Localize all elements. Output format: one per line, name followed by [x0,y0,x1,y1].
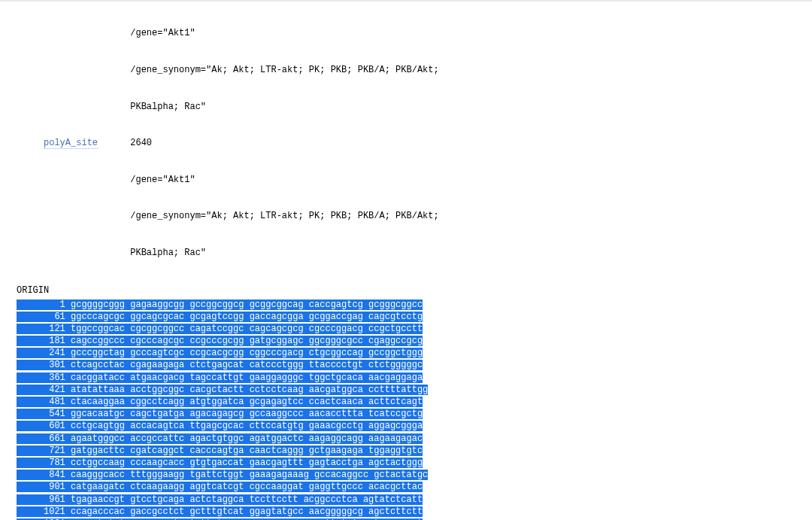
genbank-record-viewport: /gene="Akt1" /gene_synonym="Ak; Akt; LTR… [0,0,812,520]
sequence-row-highlight[interactable]: 241 gcccggctag gcccagtcgc ccgcacgcgg cgg… [17,348,423,358]
sequence-row[interactable]: 1 gcggggcggg gagaaggcgg gccggcggcg gcggc… [17,299,795,311]
sequence-row[interactable]: 241 gcccggctag gcccagtcgc ccgcacgcgg cgg… [17,347,795,359]
sequence-row-highlight[interactable]: 841 caagggcacc tttgggaagg tgattctggt gaa… [17,470,428,480]
sequence-row-highlight[interactable]: 721 gatggacttc cgatcaggct cacccagtga caa… [17,445,423,456]
sequence-row-highlight[interactable]: 961 tgagaaccgt gtcctgcaga actctaggca tcc… [17,494,423,505]
sequence-row[interactable]: 721 gatggacttc cgatcaggct cacccagtga caa… [17,445,795,457]
sequence-row-highlight[interactable]: 1021 ccagacccac gaccgcctct gctttgtcat gg… [17,506,423,517]
sequence-row-highlight[interactable]: 421 atatattaaa acctggcggc cacgctactt cct… [17,385,428,395]
sequence-row-highlight[interactable]: 481 ctacaaggaa cggcctcagg atgtggatca gcg… [17,397,423,407]
gene-synonym-line-1: /gene_synonym="Ak; Akt; LTR-akt; PK; PKB… [17,64,795,76]
gene-synonym-line-2b: PKBalpha; Rac" [17,247,795,259]
origin-header: ORIGIN [17,283,795,296]
sequence-row[interactable]: 841 caagggcacc tttgggaagg tgattctggt gaa… [17,469,795,481]
sequence-row-highlight[interactable]: 121 tggccggcac cgcggcggcc cagatccggc cag… [17,324,423,334]
gene-synonym-line-2: /gene_synonym="Ak; Akt; LTR-akt; PK; PKB… [17,210,795,222]
sequence-block[interactable]: 1 gcggggcggg gagaaggcgg gccggcggcg gcggc… [17,297,795,521]
sequence-row-highlight[interactable]: 781 cctggccaag cccaagcacc gtgtgaccat gaa… [17,458,423,468]
sequence-row[interactable]: 901 catgaagatc ctcaagaagg aggtcatcgt cgc… [17,481,795,493]
gene-synonym-line-1b: PKBalpha; Rac" [17,101,795,113]
sequence-row-highlight[interactable]: 601 cctgcagtgg accacagtca ttgagcgcac ctt… [17,421,423,431]
sequence-row-highlight[interactable]: 361 cacggatacc atgaacgacg tagccattgt gaa… [17,373,423,383]
sequence-row[interactable]: 601 cctgcagtgg accacagtca ttgagcgcac ctt… [17,420,795,432]
sequence-row[interactable]: 1021 ccagacccac gaccgcctct gctttgtcat gg… [17,506,795,518]
sequence-row-highlight[interactable]: 1 gcggggcggg gagaaggcgg gccggcggcg gcggc… [17,300,423,310]
sequence-row[interactable]: 481 ctacaaggaa cggcctcagg atgtggatca gcg… [17,396,795,408]
sequence-row[interactable]: 121 tggccggcac cgcggcggcc cagatccggc cag… [17,323,795,335]
feature-key-polya-site[interactable]: polyA_site [44,138,98,149]
polya-site-line: polyA_site 2640 [17,137,795,149]
gene-qualifier-line-2: /gene="Akt1" [17,174,795,186]
sequence-row[interactable]: 301 ctcagcctac cgagaagaga ctctgagcat cat… [17,359,795,371]
sequence-row-highlight[interactable]: 301 ctcagcctac cgagaagaga ctctgagcat cat… [17,360,423,370]
sequence-row[interactable]: 781 cctggccaag cccaagcacc gtgtgaccat gaa… [17,457,795,469]
sequence-row[interactable]: 61 ggcccagcgc ggcagcgcac gcgagtccgg gacc… [17,311,795,323]
gene-qualifier-line: /gene="Akt1" [17,27,795,39]
sequence-row[interactable]: 541 ggcacaatgc cagctgatga agacagagcg gcc… [17,408,795,420]
sequence-row-highlight[interactable]: 901 catgaagatc ctcaagaagg aggtcatcgt cgc… [17,482,423,492]
sequence-row-highlight[interactable]: 181 cagccggccc cgcccagcgc ccgcccgcgg gat… [17,336,423,346]
sequence-row[interactable]: 961 tgagaaccgt gtcctgcaga actctaggca tcc… [17,494,795,506]
sequence-row-highlight[interactable]: 61 ggcccagcgc ggcagcgcac gcgagtccgg gacc… [17,312,423,322]
sequence-row-highlight[interactable]: 541 ggcacaatgc cagctgatga agacagagcg gcc… [17,409,423,419]
sequence-row[interactable]: 661 agaatgggcc accgccattc agactgtggc aga… [17,433,795,445]
sequence-row[interactable]: 181 cagccggccc cgcccagcgc ccgcccgcgg gat… [17,335,795,347]
sequence-row-highlight[interactable]: 661 agaatgggcc accgccattc agactgtggc aga… [17,433,423,444]
sequence-row[interactable]: 421 atatattaaa acctggcggc cacgctactt cct… [17,384,795,396]
feature-table: /gene="Akt1" /gene_synonym="Ak; Akt; LTR… [17,2,795,283]
sequence-row[interactable]: 361 cacggatacc atgaacgacg tagccattgt gaa… [17,372,795,384]
